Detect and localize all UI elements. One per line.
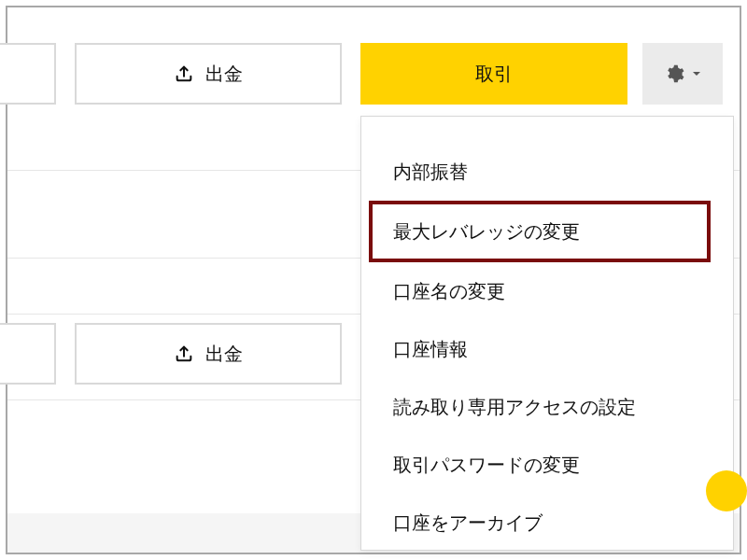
dd-item-label: 口座情報	[393, 339, 468, 359]
dd-item-label: 口座名の変更	[393, 281, 505, 301]
dd-item-change-max-leverage[interactable]: 最大レバレッジの変更	[361, 201, 733, 262]
app-frame: 出金 取引 出金 内部振替 最大レバレッジの変更 口座名の変更 口座情報 読み取…	[6, 6, 741, 554]
withdraw-button-label: 出金	[205, 342, 243, 367]
dd-item-label: 口座をアーカイブ	[393, 512, 543, 533]
withdraw-icon	[174, 63, 194, 84]
dd-item-change-trade-password[interactable]: 取引パスワードの変更	[361, 436, 733, 494]
gear-icon	[664, 63, 684, 84]
caret-down-icon	[692, 69, 701, 78]
settings-button[interactable]	[642, 43, 723, 105]
dd-item-label: 読み取り専用アクセスの設定	[393, 397, 636, 417]
withdraw-icon	[174, 343, 194, 364]
partial-button-left-1[interactable]	[0, 43, 56, 105]
dd-item-account-info[interactable]: 口座情報	[361, 320, 733, 378]
dd-item-internal-transfer[interactable]: 内部振替	[361, 143, 733, 201]
dd-item-readonly-access[interactable]: 読み取り専用アクセスの設定	[361, 378, 733, 436]
dd-item-label: 取引パスワードの変更	[393, 455, 580, 475]
withdraw-button-1[interactable]: 出金	[75, 43, 342, 105]
withdraw-button-label: 出金	[205, 62, 243, 87]
dropdown-list: 内部振替 最大レバレッジの変更 口座名の変更 口座情報 読み取り専用アクセスの設…	[361, 117, 733, 551]
dd-item-archive-account[interactable]: 口座をアーカイブ	[361, 494, 733, 551]
dd-item-change-account-name[interactable]: 口座名の変更	[361, 262, 733, 320]
settings-dropdown: 内部振替 最大レバレッジの変更 口座名の変更 口座情報 読み取り専用アクセスの設…	[360, 116, 734, 551]
partial-floating-button[interactable]	[706, 470, 747, 511]
dd-item-label: 最大レバレッジの変更	[393, 221, 580, 242]
trade-button-label: 取引	[475, 62, 513, 87]
partial-button-left-2[interactable]	[0, 323, 56, 385]
dd-item-label: 内部振替	[393, 161, 468, 182]
withdraw-button-2[interactable]: 出金	[75, 323, 342, 385]
trade-button[interactable]: 取引	[360, 43, 627, 105]
